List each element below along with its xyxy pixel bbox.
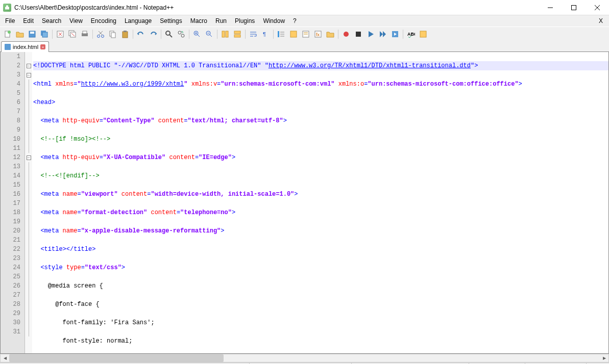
window-title: C:\Users\Albert\Desktop\postcards\index.… xyxy=(14,4,539,11)
toolbar-separator xyxy=(245,30,246,39)
show-all-chars-icon[interactable]: ¶ xyxy=(260,29,271,40)
save-all-icon[interactable] xyxy=(39,29,50,40)
tab-bar: index.html × xyxy=(0,41,609,52)
toolbar: ¶ fx ABC xyxy=(0,27,609,41)
doc-map-icon[interactable] xyxy=(300,29,311,40)
save-icon[interactable] xyxy=(27,29,38,40)
menu-macro[interactable]: Macro xyxy=(186,16,211,25)
print-icon[interactable] xyxy=(79,29,90,40)
menu-encoding[interactable]: Encoding xyxy=(87,16,120,25)
horizontal-scrollbar[interactable]: ◀ ▶ xyxy=(0,354,609,362)
svg-point-5 xyxy=(8,31,11,34)
paste-icon[interactable] xyxy=(119,29,131,40)
editor[interactable]: 1234567891011121314151617181920212223242… xyxy=(0,52,609,354)
tab-label: index.html xyxy=(13,44,38,50)
file-icon xyxy=(5,44,11,50)
svg-rect-25 xyxy=(124,31,127,32)
svg-marker-57 xyxy=(369,31,374,37)
svg-text:fx: fx xyxy=(316,32,320,37)
line-number-gutter: 1234567891011121314151617181920212223242… xyxy=(1,52,25,353)
replace-icon[interactable] xyxy=(176,29,187,40)
spellcheck-icon[interactable]: ABC xyxy=(405,29,417,40)
save-macro-icon[interactable] xyxy=(389,29,401,40)
svg-rect-23 xyxy=(111,33,115,38)
toolbar-separator xyxy=(189,30,189,39)
toolbar-separator xyxy=(52,30,53,39)
zoom-in-icon[interactable] xyxy=(191,29,203,40)
menu-bar: File Edit Search View Encoding Language … xyxy=(0,15,609,27)
svg-rect-39 xyxy=(234,31,240,34)
svg-point-18 xyxy=(98,35,100,37)
menu-view[interactable]: View xyxy=(65,16,87,25)
menu-settings[interactable]: Settings xyxy=(156,16,186,25)
toolbar-separator xyxy=(217,30,217,39)
indent-guide-icon[interactable] xyxy=(276,29,287,40)
toolbar-separator xyxy=(161,30,161,39)
zoom-out-icon[interactable] xyxy=(204,29,215,40)
func-list-icon[interactable]: fx xyxy=(312,29,324,40)
cut-icon[interactable] xyxy=(95,29,106,40)
scroll-left-icon[interactable]: ◀ xyxy=(1,354,9,362)
close-file-icon[interactable] xyxy=(55,29,66,40)
svg-line-33 xyxy=(198,35,200,37)
menu-run[interactable]: Run xyxy=(211,16,231,25)
svg-rect-24 xyxy=(123,32,128,38)
redo-icon[interactable] xyxy=(148,29,159,40)
svg-rect-17 xyxy=(83,31,87,34)
minimize-button[interactable] xyxy=(539,0,562,15)
svg-point-55 xyxy=(344,32,349,37)
svg-line-27 xyxy=(169,35,172,37)
maximize-button[interactable] xyxy=(562,0,586,15)
stop-macro-icon[interactable] xyxy=(353,29,364,40)
title-bar: C:\Users\Albert\Desktop\postcards\index.… xyxy=(0,0,609,15)
svg-point-28 xyxy=(178,31,181,34)
svg-rect-7 xyxy=(30,32,34,34)
svg-marker-58 xyxy=(380,31,383,37)
wordwrap-icon[interactable] xyxy=(248,29,259,40)
find-icon[interactable] xyxy=(163,29,175,40)
svg-rect-9 xyxy=(42,32,47,37)
svg-rect-56 xyxy=(356,32,361,37)
close-button[interactable] xyxy=(586,0,609,15)
record-macro-icon[interactable] xyxy=(340,29,352,40)
svg-marker-59 xyxy=(383,31,386,37)
play-multi-icon[interactable] xyxy=(377,29,388,40)
user-lang-icon[interactable] xyxy=(288,29,299,40)
copy-icon[interactable] xyxy=(107,29,118,40)
menu-window[interactable]: Window xyxy=(259,16,289,25)
svg-rect-49 xyxy=(290,31,297,37)
spellcheck-opt-icon[interactable] xyxy=(418,29,429,40)
menu-plugins[interactable]: Plugins xyxy=(231,16,259,25)
svg-rect-63 xyxy=(420,31,426,37)
code-area[interactable]: <!DOCTYPE html PUBLIC "-//W3C//DTD XHTML… xyxy=(32,52,608,353)
tab-index-html[interactable]: index.html × xyxy=(1,41,49,52)
close-tab-icon[interactable]: × xyxy=(40,44,45,49)
menu-edit[interactable]: Edit xyxy=(19,16,38,25)
fold-column[interactable]: −−− xyxy=(25,52,32,353)
menu-file[interactable]: File xyxy=(1,16,19,25)
toolbar-separator xyxy=(133,30,133,39)
menu-help[interactable]: ? xyxy=(289,16,301,25)
toolbar-separator xyxy=(403,30,403,39)
app-icon xyxy=(3,4,11,12)
sync-v-icon[interactable] xyxy=(220,29,231,40)
svg-rect-40 xyxy=(234,35,240,37)
open-file-icon[interactable] xyxy=(14,29,26,40)
svg-line-36 xyxy=(210,35,212,37)
scroll-right-icon[interactable]: ▶ xyxy=(600,354,608,362)
menu-search[interactable]: Search xyxy=(38,16,65,25)
play-macro-icon[interactable] xyxy=(365,29,376,40)
toolbar-separator xyxy=(338,30,338,39)
new-file-icon[interactable] xyxy=(2,29,13,40)
svg-rect-37 xyxy=(222,31,225,37)
folder-workspace-icon[interactable] xyxy=(325,29,336,40)
undo-icon[interactable] xyxy=(135,29,147,40)
close-all-icon[interactable] xyxy=(67,29,78,40)
scroll-track[interactable] xyxy=(9,354,600,362)
scroll-thumb[interactable] xyxy=(9,354,224,362)
svg-rect-1 xyxy=(572,5,576,10)
svg-rect-45 xyxy=(278,31,279,37)
menu-close-x[interactable]: X xyxy=(594,16,608,25)
sync-h-icon[interactable] xyxy=(232,29,243,40)
menu-language[interactable]: Language xyxy=(120,16,156,25)
